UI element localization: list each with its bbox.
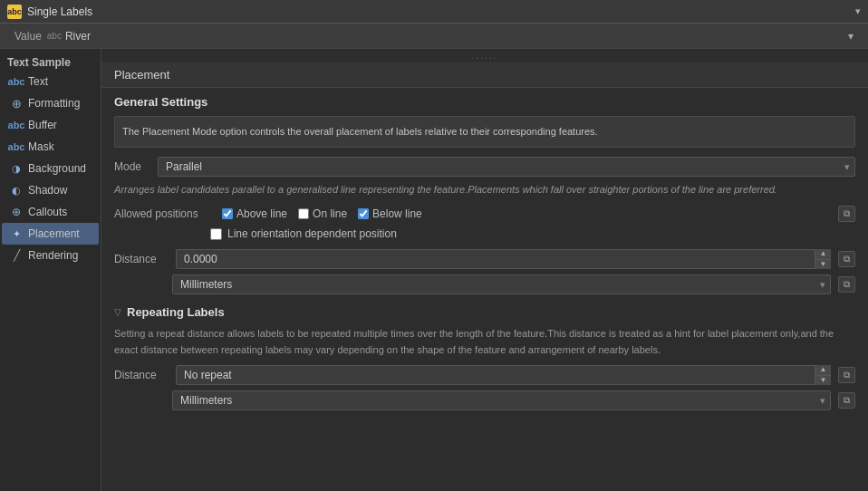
main-layout: Text Sample abc Text ⊕ Formatting abc Bu…: [0, 49, 868, 491]
callouts-icon: ⊕: [9, 205, 24, 219]
top-bar-arrow[interactable]: ▾: [855, 5, 861, 17]
sidebar-item-buffer-label: Buffer: [28, 119, 57, 131]
placement-icon: ✦: [9, 226, 24, 241]
content-area: ...... Placement General Settings The Pl…: [101, 49, 868, 491]
below-line-checkbox[interactable]: Below line: [358, 207, 422, 220]
value-dropdown-arrow[interactable]: ▾: [848, 30, 854, 43]
abc-badge: abc: [47, 31, 62, 41]
layer-icon: abc: [7, 5, 22, 19]
on-line-checkbox[interactable]: On line: [298, 207, 347, 220]
unit-row: Millimeters Pixels Points Inches ⧉: [101, 273, 868, 302]
sidebar-item-placement-label: Placement: [28, 227, 80, 240]
formatting-icon: ⊕: [9, 96, 24, 111]
unit-select[interactable]: Millimeters Pixels Points Inches: [172, 274, 831, 294]
repeating-distance-copy-button[interactable]: ⧉: [838, 367, 855, 383]
placement-header: Placement: [101, 63, 868, 88]
repeating-distance-up[interactable]: ▲: [815, 365, 831, 376]
buffer-icon: abc: [9, 118, 24, 132]
mode-label: Mode: [114, 160, 150, 173]
above-line-input[interactable]: [222, 208, 233, 219]
on-line-label: On line: [313, 207, 347, 220]
distance-input[interactable]: [176, 249, 831, 269]
sidebar-item-callouts-label: Callouts: [28, 206, 67, 218]
sidebar-item-rendering[interactable]: ╱ Rendering: [2, 245, 99, 266]
repeating-distance-spinners: ▲ ▼: [815, 365, 831, 385]
repeating-distance-input[interactable]: [176, 365, 831, 385]
repeating-toggle-icon: ▽: [114, 307, 121, 317]
repeating-labels-info: Setting a repeat distance allows labels …: [114, 326, 855, 358]
repeating-unit-select[interactable]: Millimeters Pixels Points Inches: [172, 390, 831, 410]
value-label: Value: [14, 30, 42, 43]
repeating-distance-row: Distance ▲ ▼ ⧉: [101, 361, 868, 389]
repeating-distance-input-wrapper: ▲ ▼: [176, 365, 831, 385]
repeating-unit-row: Millimeters Pixels Points Inches ⧉: [101, 389, 868, 418]
sidebar-section-title: Text Sample: [0, 53, 101, 71]
placement-info-text: The Placement Mode option controls the o…: [122, 126, 598, 137]
repeating-labels-title: Repeating Labels: [127, 305, 225, 319]
below-line-input[interactable]: [358, 208, 369, 219]
unit-select-wrapper[interactable]: Millimeters Pixels Points Inches: [172, 274, 831, 294]
shadow-icon: ◐: [9, 183, 24, 197]
sidebar-item-placement[interactable]: ✦ Placement: [2, 223, 99, 245]
drag-handle[interactable]: ......: [101, 49, 868, 63]
distance-down[interactable]: ▼: [815, 260, 831, 270]
repeating-labels-header[interactable]: ▽ Repeating Labels: [101, 302, 868, 323]
distance-up[interactable]: ▲: [815, 249, 831, 260]
sidebar-item-mask[interactable]: abc Mask: [2, 136, 99, 158]
sidebar: Text Sample abc Text ⊕ Formatting abc Bu…: [0, 49, 101, 491]
placement-info-box: The Placement Mode option controls the o…: [114, 116, 855, 148]
sidebar-item-rendering-label: Rendering: [28, 249, 78, 262]
text-icon: abc: [9, 74, 24, 89]
field-value: River: [65, 30, 848, 43]
on-line-input[interactable]: [298, 208, 309, 219]
background-icon: ◑: [9, 161, 24, 176]
orientation-row: Line orientation dependent position: [101, 226, 868, 246]
sidebar-item-buffer[interactable]: abc Buffer: [2, 114, 99, 136]
top-bar: abc Single Labels ▾: [0, 0, 868, 24]
sidebar-item-shadow[interactable]: ◐ Shadow: [2, 179, 99, 201]
orientation-label: Line orientation dependent position: [227, 227, 397, 240]
above-line-label: Above line: [236, 207, 287, 220]
distance-copy-button[interactable]: ⧉: [838, 251, 855, 267]
distance-spinners: ▲ ▼: [815, 249, 831, 269]
positions-checkbox-group: Above line On line Below line: [222, 207, 422, 220]
repeating-unit-select-wrapper[interactable]: Millimeters Pixels Points Inches: [172, 390, 831, 410]
sidebar-item-callouts[interactable]: ⊕ Callouts: [2, 201, 99, 223]
sidebar-item-formatting[interactable]: ⊕ Formatting: [2, 92, 99, 114]
repeating-unit-copy-button[interactable]: ⧉: [838, 392, 855, 409]
distance-label: Distance: [114, 253, 169, 265]
below-line-label: Below line: [372, 207, 422, 220]
sidebar-item-formatting-label: Formatting: [28, 97, 80, 110]
top-bar-title: Single Labels: [27, 5, 852, 18]
sidebar-item-mask-label: Mask: [28, 140, 54, 153]
repeating-distance-down[interactable]: ▼: [815, 376, 831, 386]
general-settings-title: General Settings: [101, 88, 868, 112]
unit-copy-button[interactable]: ⧉: [838, 276, 855, 293]
mode-description: Arranges label candidates parallel to a …: [114, 182, 855, 197]
allowed-positions-row: Allowed positions Above line On line Bel…: [101, 202, 868, 226]
sidebar-item-background[interactable]: ◑ Background: [2, 158, 99, 179]
sidebar-item-shadow-label: Shadow: [28, 184, 67, 197]
sidebar-item-text-label: Text: [28, 75, 48, 88]
mode-row: Mode Parallel Curved Horizontal Around P…: [101, 151, 868, 182]
above-line-checkbox[interactable]: Above line: [222, 207, 287, 220]
allowed-positions-label: Allowed positions: [114, 207, 209, 220]
repeating-distance-label: Distance: [114, 369, 169, 381]
sidebar-item-text[interactable]: abc Text: [2, 71, 99, 92]
mode-select[interactable]: Parallel Curved Horizontal Around Point …: [158, 157, 855, 177]
distance-input-wrapper: ▲ ▼: [176, 249, 831, 269]
sidebar-item-background-label: Background: [28, 162, 86, 175]
orientation-checkbox[interactable]: [210, 228, 222, 240]
mask-icon: abc: [9, 140, 24, 154]
positions-copy-button[interactable]: ⧉: [838, 206, 855, 222]
distance-row: Distance ▲ ▼ ⧉: [101, 246, 868, 273]
mode-select-wrapper[interactable]: Parallel Curved Horizontal Around Point …: [158, 157, 855, 177]
rendering-icon: ╱: [9, 248, 24, 263]
value-row: Value abc River ▾: [0, 24, 868, 49]
